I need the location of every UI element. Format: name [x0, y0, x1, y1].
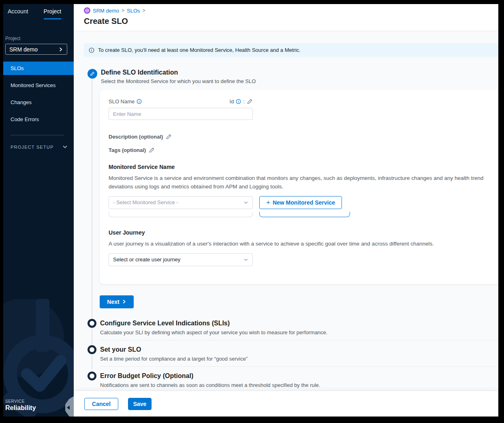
id-label: Id — [230, 98, 234, 105]
chevron-down-icon — [243, 257, 248, 262]
sidebar: Account Project Project SRM demo SLOs Mo… — [3, 4, 74, 417]
next-button[interactable]: Next — [100, 295, 134, 308]
step1-title: Define SLO Identification — [101, 69, 256, 76]
sidebar-item-changes[interactable]: Changes — [3, 96, 74, 109]
step-subtitle: Calculate your SLI by defining which asp… — [100, 329, 498, 335]
new-monitored-service-button[interactable]: + New Monitored Service — [259, 196, 342, 209]
brand-service-label: SERVICE — [5, 399, 36, 404]
step-error-budget-policy[interactable]: Error Budget Policy (Optional) Notificat… — [74, 372, 498, 388]
breadcrumb-link-slos[interactable]: SLOs — [127, 8, 140, 14]
tab-account[interactable]: Account — [8, 8, 28, 19]
new-monitored-service-label: New Monitored Service — [273, 199, 335, 206]
sidebar-item-code-errors[interactable]: Code Errors — [3, 113, 74, 126]
monitored-service-row: - Select Monitored Service - + New Monit… — [109, 196, 487, 209]
sidebar-divider — [11, 135, 64, 135]
name-id-label-row: SLO Name Id : — [109, 98, 253, 105]
module-brand: SERVICE Reliability — [5, 399, 36, 412]
brand-reliability-label: Reliability — [5, 404, 36, 412]
monitored-service-select[interactable]: - Select Monitored Service - — [109, 196, 253, 209]
project-setup-label: PROJECT SETUP — [11, 145, 53, 150]
id-info-icon[interactable] — [236, 99, 241, 104]
user-journey-description: A user journey is a visualization of a u… — [109, 240, 485, 248]
user-journey-row: Select or create user journey — [109, 253, 487, 266]
sidebar-item-slos[interactable]: SLOs — [3, 62, 74, 75]
duplicate-artifact-row — [109, 212, 487, 217]
monitored-service-heading: Monitored Service Name — [109, 164, 487, 170]
breadcrumb-separator: > — [122, 8, 124, 13]
tags-row[interactable]: Tags (optional) — [109, 147, 487, 153]
description-edit-icon[interactable] — [166, 134, 172, 140]
user-journey-select[interactable]: Select or create user journey — [109, 253, 253, 266]
step-circle-icon — [88, 319, 96, 328]
slo-name-input[interactable] — [109, 108, 253, 120]
action-footer: Cancel Save — [74, 391, 498, 417]
step-title: Configure Service Level Indications (SLI… — [100, 320, 230, 327]
step-configure-slis[interactable]: Configure Service Level Indications (SLI… — [74, 319, 498, 335]
monitored-service-description: Monitored Service is a service and envir… — [109, 174, 485, 191]
ghost-button-outline — [259, 212, 350, 217]
project-setup-toggle[interactable]: PROJECT SETUP — [11, 144, 74, 150]
step1-edit-icon — [88, 69, 97, 79]
description-row[interactable]: Description (optional) — [109, 134, 487, 140]
chevron-right-icon — [58, 47, 63, 52]
scope-tabs: Account Project — [3, 4, 74, 19]
step-title: Set your SLO — [100, 346, 141, 353]
monitored-service-select-placeholder: - Select Monitored Service - — [113, 199, 178, 205]
page-header: SRM demo > SLOs > Create SLO — [74, 4, 498, 31]
main-content: SRM demo > SLOs > Create SLO To create S… — [74, 4, 498, 417]
ghost-select-outline — [109, 212, 253, 217]
user-journey-select-value: Select or create user journey — [113, 256, 180, 263]
info-icon — [89, 47, 94, 53]
step-circle-icon — [88, 372, 96, 380]
save-button[interactable]: Save — [128, 398, 152, 410]
project-section-label: Project — [5, 36, 74, 41]
info-banner-text: To create SLO, you'll need at least one … — [98, 47, 301, 53]
chevron-right-icon — [122, 299, 126, 304]
tags-label: Tags (optional) — [109, 147, 146, 153]
step-subtitle: Set a time period for compliance and a t… — [100, 356, 498, 362]
app-window: Account Project Project SRM demo SLOs Mo… — [3, 4, 498, 417]
step-circle-icon — [88, 345, 96, 354]
description-label: Description (optional) — [109, 134, 163, 140]
cancel-button[interactable]: Cancel — [84, 398, 118, 410]
step-subtitle: Notifications are sent to channels as so… — [100, 382, 498, 388]
collapse-arrow-icon — [67, 406, 70, 410]
step-divider — [100, 340, 498, 340]
breadcrumb: SRM demo > SLOs > — [84, 7, 498, 14]
wizard-steps: Configure Service Level Indications (SLI… — [74, 319, 498, 391]
sidebar-nav: SLOs Monitored Services Changes Code Err… — [3, 62, 74, 126]
user-journey-heading: User Journey — [109, 229, 487, 236]
step-set-your-slo[interactable]: Set your SLO Set a time period for compl… — [74, 345, 498, 362]
chevron-down-icon — [243, 200, 248, 205]
project-selector[interactable]: SRM demo — [5, 44, 67, 55]
tags-edit-icon[interactable] — [149, 147, 155, 153]
breadcrumb-link-srm-demo[interactable]: SRM demo — [93, 8, 119, 14]
step1-header: Define SLO Identification Select the Mon… — [74, 69, 498, 84]
id-edit-icon[interactable] — [247, 98, 253, 105]
id-colon: : — [243, 98, 245, 105]
page-body: To create SLO, you'll need at least one … — [74, 31, 498, 391]
slo-name-label: SLO Name — [109, 98, 135, 105]
project-selector-value: SRM demo — [9, 46, 38, 53]
slo-identification-card: SLO Name Id : — [100, 90, 498, 284]
next-button-label: Next — [107, 299, 119, 305]
info-banner: To create SLO, you'll need at least one … — [84, 43, 498, 57]
sidebar-collapse-button[interactable] — [65, 396, 74, 417]
plus-icon: + — [266, 199, 270, 206]
srm-module-icon — [84, 7, 90, 14]
tab-project[interactable]: Project — [44, 8, 62, 19]
page-title: Create SLO — [84, 17, 498, 26]
chevron-down-icon — [62, 144, 68, 150]
step1-subtitle: Select the Monitored Service for which y… — [101, 78, 256, 84]
step-divider — [100, 366, 498, 367]
step-title: Error Budget Policy (Optional) — [100, 372, 193, 380]
breadcrumb-separator: > — [143, 8, 145, 13]
sidebar-item-monitored-services[interactable]: Monitored Services — [3, 79, 74, 92]
slo-name-info-icon[interactable] — [137, 99, 142, 104]
